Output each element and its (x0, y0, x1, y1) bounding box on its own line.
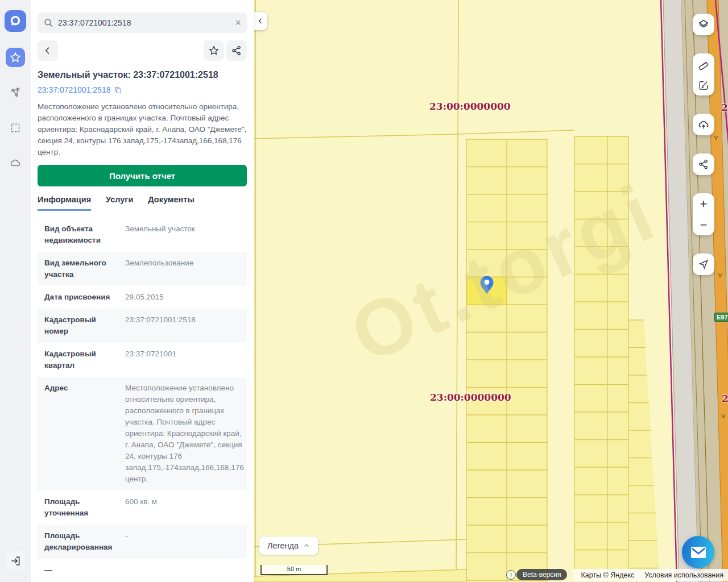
beta-badge: Beta-версия (516, 569, 567, 580)
layers-icon (697, 18, 710, 31)
legend-label: Легенда (267, 541, 299, 550)
field-label: Дата присвоения (44, 292, 118, 303)
object-panel: × Земельный участок: 23:37:07210 (31, 0, 254, 582)
field-row: Кадастровый квартал23:37:0721001 (38, 343, 247, 377)
fields-table: Вид объекта недвижимостиЗемельный участо… (38, 218, 247, 581)
sidebar-item-favorites[interactable] (6, 48, 25, 67)
object-description: Местоположение установлено относительно … (38, 101, 247, 158)
cadastral-number-link[interactable]: 23:37:0721001:2518 (38, 85, 247, 94)
sidebar-item-area-select[interactable] (6, 118, 25, 138)
field-value: Земельный участок (125, 223, 240, 246)
field-row: Кадастровый номер23:37:0721001:2518 (38, 309, 247, 343)
ruler-icon (698, 59, 709, 70)
field-value: Землепользование (125, 257, 240, 280)
field-value: 600 кв. м (125, 496, 240, 519)
field-label: Площадь декларированная (44, 530, 118, 553)
chevron-up-icon (303, 542, 310, 549)
share-button[interactable] (226, 40, 247, 61)
cadastral-number-text: 23:37:0721001:2518 (38, 85, 110, 94)
back-button[interactable] (38, 40, 58, 61)
collapse-panel-button[interactable] (254, 12, 267, 30)
zoom-in-glyph: + (700, 198, 708, 210)
tab-information[interactable]: Информация (38, 195, 91, 211)
draw-edit-button[interactable] (693, 74, 714, 95)
location-arrow-icon (698, 259, 709, 270)
search-icon (43, 18, 53, 28)
district-label: 23:00:0000000 (430, 392, 511, 403)
field-value: 23:37:0721001:2518 (125, 314, 240, 337)
copy-icon[interactable] (114, 86, 122, 94)
share-icon (231, 45, 242, 56)
tab-documents[interactable]: Документы (148, 195, 195, 211)
selection-area-icon (10, 122, 21, 134)
zoom-out-glyph: − (700, 219, 708, 231)
measure-button[interactable] (693, 53, 714, 74)
field-label: Кадастровый номер (44, 314, 118, 337)
road-number-badge: E97 (714, 313, 728, 322)
field-label: Кадастровый квартал (44, 348, 118, 371)
layers-button[interactable] (693, 14, 714, 35)
field-row: АдресМестоположение установлено относите… (38, 377, 247, 490)
share-icon (698, 159, 709, 170)
map-controls: + − (693, 14, 714, 275)
polygon-nodes-icon (9, 86, 22, 99)
edit-icon (698, 80, 709, 91)
map-copyright: Карты © Яндекс (581, 571, 634, 579)
favorite-button[interactable] (204, 40, 224, 61)
tab-services[interactable]: Услуги (106, 195, 133, 211)
terms-of-use-link[interactable]: Условия использования (644, 571, 723, 579)
field-row: Площадь уточненная600 кв. м (38, 490, 247, 525)
cloud-icon (9, 157, 22, 169)
zoom-out-button[interactable]: − (693, 214, 714, 235)
get-report-button[interactable]: Получить отчет (38, 165, 247, 186)
envelope-icon (690, 546, 706, 559)
star-icon (9, 51, 22, 64)
app-root: × Земельный участок: 23:37:07210 (0, 0, 728, 582)
chat-widget-button[interactable] (682, 536, 714, 568)
tab-bar: Информация Услуги Документы (38, 195, 247, 211)
logo-icon (9, 14, 22, 28)
field-label: Адрес (44, 383, 118, 485)
zoom-in-button[interactable]: + (693, 193, 714, 214)
field-value: - (125, 530, 240, 553)
field-value: 29.05.2015 (125, 292, 240, 303)
upload-button[interactable] (693, 114, 714, 135)
district-label-clipped: 23:00:0000000 (721, 102, 728, 113)
field-value: Местоположение установлено относительно … (125, 383, 244, 485)
cloud-upload-icon (697, 118, 710, 131)
field-row: Вид земельного участкаЗемлепользование (38, 252, 247, 286)
search-bar: × (38, 13, 247, 33)
chevron-left-icon (257, 18, 264, 24)
app-logo[interactable] (5, 10, 26, 32)
field-value: 23:37:0721001 (125, 348, 240, 371)
login-button[interactable] (6, 551, 25, 571)
map-canvas[interactable]: Ot.torgi 23:00:0000000 23:00:0000000 23:… (254, 0, 728, 582)
sidebar (0, 0, 31, 582)
locate-me-button[interactable] (693, 253, 714, 275)
sidebar-item-objects[interactable] (6, 83, 25, 102)
field-label: Вид объекта недвижимости (44, 223, 118, 246)
object-header-actions (38, 40, 247, 61)
legend-button[interactable]: Легенда (259, 537, 318, 555)
page-title: Земельный участок: 23:37:0721001:2518 (38, 70, 247, 80)
district-label: 23:00:0000000 (429, 101, 511, 112)
field-label: Площадь уточненная (44, 496, 118, 519)
field-row: Вид объекта недвижимостиЗемельный участо… (38, 218, 247, 252)
scale-bar: 50 m (260, 565, 328, 575)
chevron-left-icon (43, 46, 52, 55)
field-label: Вид земельного участка (44, 257, 118, 280)
district-label-clipped: 23:00:0000000 (722, 393, 728, 404)
map-share-button[interactable] (693, 153, 714, 175)
field-label: — (44, 564, 118, 576)
measure-draw-group (693, 53, 714, 95)
sidebar-item-cloud[interactable] (6, 153, 25, 173)
clear-search-icon[interactable]: × (235, 18, 241, 28)
info-icon[interactable]: i (506, 570, 516, 580)
cadastral-map (254, 0, 728, 582)
field-value (125, 564, 240, 576)
search-input[interactable] (58, 18, 230, 27)
zoom-group: + − (693, 193, 714, 235)
field-row: Дата присвоения29.05.2015 (38, 286, 247, 309)
field-row: — (38, 559, 247, 581)
field-row: Площадь декларированная- (38, 525, 247, 559)
